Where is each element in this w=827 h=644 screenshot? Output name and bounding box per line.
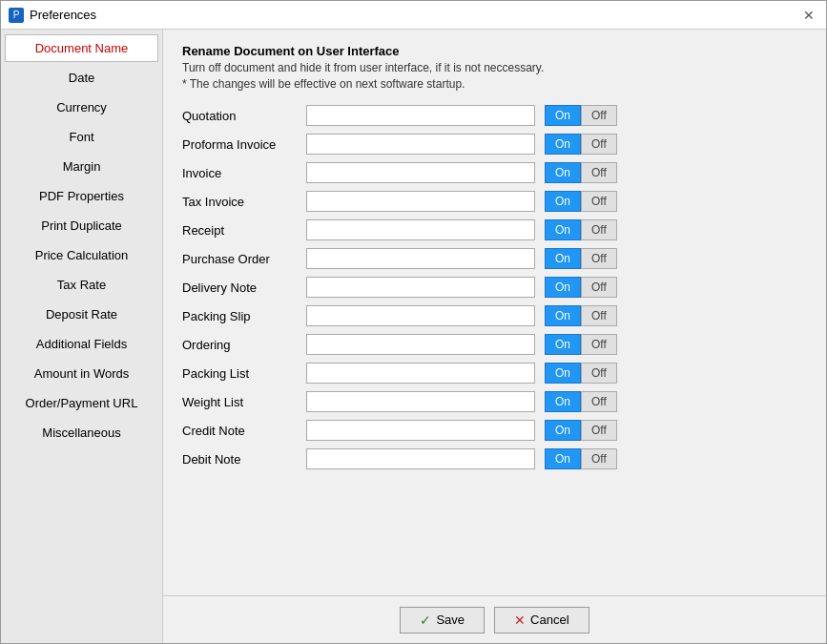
toggle-group-1: OnOff [545, 134, 617, 155]
toggle-on-1[interactable]: On [545, 134, 581, 155]
doc-input-3[interactable] [306, 191, 535, 212]
sidebar-item-currency[interactable]: Currency [5, 93, 158, 121]
doc-label-6: Delivery Note [182, 280, 297, 295]
close-button[interactable]: ✕ [799, 6, 818, 25]
sidebar-item-document-name[interactable]: Document Name [5, 34, 158, 62]
toggle-off-7[interactable]: Off [581, 305, 617, 326]
toggle-off-9[interactable]: Off [581, 363, 617, 384]
content-note: * The changes will be effective on next … [182, 77, 807, 91]
sidebar-item-font[interactable]: Font [5, 123, 158, 151]
save-button[interactable]: ✓ Save [400, 607, 485, 634]
toggle-group-7: OnOff [545, 305, 617, 326]
app-icon: P [9, 8, 24, 23]
title-bar-left: P Preferences [9, 8, 96, 23]
content-title: Rename Document on User Interface [182, 44, 807, 58]
cancel-icon: ✕ [514, 613, 526, 628]
doc-input-6[interactable] [306, 277, 535, 298]
sidebar-item-price-calculation[interactable]: Price Calculation [5, 241, 158, 269]
doc-label-2: Invoice [182, 166, 297, 180]
toggle-group-8: OnOff [545, 334, 617, 355]
title-bar: P Preferences ✕ [1, 1, 826, 30]
doc-row-12: Debit NoteOnOff [182, 448, 807, 469]
cancel-button[interactable]: ✕ Cancel [494, 607, 589, 634]
doc-input-9[interactable] [306, 363, 535, 384]
toggle-off-11[interactable]: Off [581, 420, 617, 441]
window-title: Preferences [30, 8, 96, 22]
doc-input-2[interactable] [306, 162, 535, 183]
toggle-off-2[interactable]: Off [581, 162, 617, 183]
sidebar-item-tax-rate[interactable]: Tax Rate [5, 271, 158, 299]
main-content: Rename Document on User Interface Turn o… [163, 30, 826, 643]
doc-label-10: Weight List [182, 395, 297, 409]
toggle-on-7[interactable]: On [545, 305, 581, 326]
doc-label-1: Proforma Invoice [182, 137, 297, 152]
toggle-group-4: OnOff [545, 219, 617, 240]
toggle-group-5: OnOff [545, 248, 617, 269]
sidebar-item-deposit-rate[interactable]: Deposit Rate [5, 301, 158, 328]
doc-row-3: Tax InvoiceOnOff [182, 191, 807, 212]
toggle-group-3: OnOff [545, 191, 617, 212]
doc-input-1[interactable] [306, 134, 535, 155]
toggle-on-8[interactable]: On [545, 334, 581, 355]
toggle-on-10[interactable]: On [545, 391, 581, 412]
toggle-off-8[interactable]: Off [581, 334, 617, 355]
doc-row-6: Delivery NoteOnOff [182, 277, 807, 298]
doc-row-8: OrderingOnOff [182, 334, 807, 355]
doc-rows-container: QuotationOnOffProforma InvoiceOnOffInvoi… [182, 105, 807, 469]
toggle-on-2[interactable]: On [545, 162, 581, 183]
toggle-on-5[interactable]: On [545, 248, 581, 269]
doc-input-8[interactable] [306, 334, 535, 355]
window-body: Document NameDateCurrencyFontMarginPDF P… [1, 30, 826, 643]
doc-input-11[interactable] [306, 420, 535, 441]
doc-row-11: Credit NoteOnOff [182, 420, 807, 441]
sidebar: Document NameDateCurrencyFontMarginPDF P… [1, 30, 163, 643]
sidebar-item-additional-fields[interactable]: Additional Fields [5, 330, 158, 358]
doc-row-10: Weight ListOnOff [182, 391, 807, 412]
toggle-group-12: OnOff [545, 448, 617, 469]
doc-row-1: Proforma InvoiceOnOff [182, 134, 807, 155]
toggle-on-4[interactable]: On [545, 219, 581, 240]
doc-row-4: ReceiptOnOff [182, 219, 807, 240]
doc-label-0: Quotation [182, 109, 297, 123]
doc-input-10[interactable] [306, 391, 535, 412]
toggle-off-1[interactable]: Off [581, 134, 617, 155]
toggle-on-12[interactable]: On [545, 448, 581, 469]
toggle-group-6: OnOff [545, 277, 617, 298]
sidebar-item-margin[interactable]: Margin [5, 153, 158, 180]
content-header: Rename Document on User Interface Turn o… [182, 44, 807, 91]
toggle-off-12[interactable]: Off [581, 448, 617, 469]
doc-label-9: Packing List [182, 366, 297, 381]
sidebar-item-print-duplicate[interactable]: Print Duplicate [5, 212, 158, 239]
sidebar-item-miscellaneous[interactable]: Miscellaneous [5, 419, 158, 447]
doc-input-7[interactable] [306, 305, 535, 326]
sidebar-item-pdf-properties[interactable]: PDF Properties [5, 182, 158, 210]
toggle-group-10: OnOff [545, 391, 617, 412]
toggle-on-9[interactable]: On [545, 363, 581, 384]
sidebar-item-date[interactable]: Date [5, 64, 158, 92]
toggle-on-11[interactable]: On [545, 420, 581, 441]
sidebar-item-amount-in-words[interactable]: Amount in Words [5, 360, 158, 387]
sidebar-item-order-payment-url[interactable]: Order/Payment URL [5, 389, 158, 417]
doc-input-0[interactable] [306, 105, 535, 126]
save-icon: ✓ [420, 613, 431, 628]
toggle-off-4[interactable]: Off [581, 219, 617, 240]
doc-row-2: InvoiceOnOff [182, 162, 807, 183]
doc-input-4[interactable] [306, 219, 535, 240]
doc-input-12[interactable] [306, 448, 535, 469]
toggle-off-0[interactable]: Off [581, 105, 617, 126]
toggle-on-6[interactable]: On [545, 277, 581, 298]
toggle-on-3[interactable]: On [545, 191, 581, 212]
toggle-group-11: OnOff [545, 420, 617, 441]
content-description: Turn off document and hide it from user … [182, 61, 807, 74]
content-area: Rename Document on User Interface Turn o… [163, 30, 826, 595]
doc-label-12: Debit Note [182, 452, 297, 467]
toggle-off-6[interactable]: Off [581, 277, 617, 298]
toggle-off-5[interactable]: Off [581, 248, 617, 269]
toggle-off-3[interactable]: Off [581, 191, 617, 212]
doc-label-8: Ordering [182, 338, 297, 352]
doc-label-4: Receipt [182, 223, 297, 238]
doc-input-5[interactable] [306, 248, 535, 269]
toggle-on-0[interactable]: On [545, 105, 581, 126]
doc-label-7: Packing Slip [182, 309, 297, 323]
toggle-off-10[interactable]: Off [581, 391, 617, 412]
